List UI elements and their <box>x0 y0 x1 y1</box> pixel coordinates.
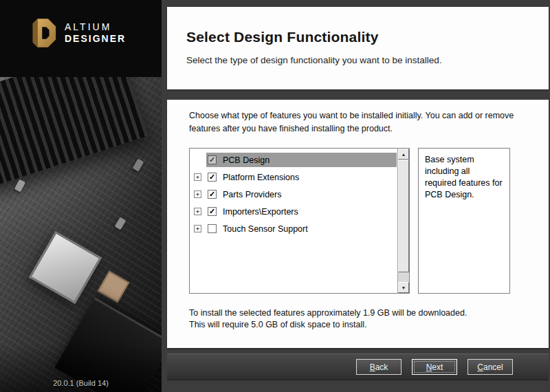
expand-icon[interactable]: + <box>194 225 201 232</box>
feature-checkbox[interactable]: ✓ <box>208 190 217 199</box>
page-subtitle: Select the type of design functionality … <box>186 55 549 65</box>
install-notes: To install the selected features approxi… <box>189 308 467 331</box>
scroll-up-button[interactable]: ▲ <box>398 149 409 160</box>
pcb-photo-capacitor <box>133 159 144 172</box>
scroll-down-button[interactable]: ▼ <box>398 282 409 293</box>
pcb-photo-chip <box>29 231 102 305</box>
feature-row-selection: ✓Importers\Exporters <box>206 204 397 219</box>
feature-row[interactable]: +✓Parts Providers <box>190 186 397 203</box>
version-label: 20.0.1 (Build 14) <box>0 379 162 387</box>
scrollbar-thumb[interactable] <box>398 160 409 272</box>
expand-icon[interactable]: + <box>194 190 201 198</box>
download-note: To install the selected features approxi… <box>189 308 467 318</box>
back-button-label: Back <box>357 362 401 372</box>
installer-window: ALTIUM DESIGNER 20.0.1 (Build 14) Select… <box>0 0 550 392</box>
feature-row[interactable]: +✓Platform Extensions <box>190 168 397 186</box>
next-button-label: Next <box>412 362 456 372</box>
brand-panel: ALTIUM DESIGNER 20.0.1 (Build 14) <box>0 0 162 392</box>
intro-text: Choose what type of features you want to… <box>189 109 541 135</box>
brand-product: DESIGNER <box>65 33 126 45</box>
logo-area: ALTIUM DESIGNER <box>30 18 126 48</box>
feature-row-selection: ✓Parts Providers <box>206 187 397 202</box>
feature-label: Touch Sensor Support <box>223 224 308 234</box>
pcb-photo-capacitor <box>115 217 126 230</box>
feature-checkbox[interactable] <box>208 224 217 233</box>
cancel-button[interactable]: Cancel <box>468 359 513 375</box>
feature-label: Parts Providers <box>223 190 281 199</box>
brand-name: ALTIUM <box>65 21 126 34</box>
feature-description: Base system including all required featu… <box>418 148 510 294</box>
expand-icon[interactable]: + <box>194 208 201 215</box>
brand-wordmark: ALTIUM DESIGNER <box>65 21 126 45</box>
feature-checkbox[interactable]: ✓ <box>208 173 217 182</box>
feature-checkbox[interactable]: ✓ <box>208 207 217 216</box>
feature-checkbox[interactable]: ✓ <box>208 155 217 164</box>
feature-label: PCB Design <box>223 155 270 165</box>
feature-list: ✓PCB Design+✓Platform Extensions+✓Parts … <box>190 149 397 293</box>
header-panel: Select Design Functionality Select the t… <box>167 7 549 89</box>
feature-row[interactable]: ✓PCB Design <box>190 151 397 168</box>
footer-bar: Back Next Cancel <box>167 353 549 380</box>
feature-listbox: ✓PCB Design+✓Platform Extensions+✓Parts … <box>189 148 410 294</box>
expand-icon[interactable]: + <box>194 173 201 181</box>
feature-row[interactable]: +Touch Sensor Support <box>190 220 397 237</box>
feature-label: Platform Extensions <box>223 173 299 182</box>
next-button[interactable]: Next <box>412 359 457 375</box>
scroll-up-icon: ▲ <box>402 152 406 157</box>
feature-row-selection: ✓Platform Extensions <box>206 170 397 184</box>
content-panel: Choose what type of features you want to… <box>167 100 549 348</box>
scroll-down-icon: ▼ <box>402 285 406 290</box>
page-title: Select Design Functionality <box>186 29 549 45</box>
feature-label: Importers\Exporters <box>223 207 298 217</box>
pcb-photo <box>0 77 162 392</box>
altium-logo-icon <box>30 18 56 48</box>
feature-row-selection: ✓PCB Design <box>206 153 397 167</box>
feature-row[interactable]: +✓Importers\Exporters <box>190 203 397 220</box>
back-button[interactable]: Back <box>356 359 402 375</box>
pcb-photo-connector <box>54 297 162 392</box>
pcb-photo-heatsink <box>0 77 148 189</box>
pcb-photo-capacitor <box>14 179 25 193</box>
feature-row-selection: Touch Sensor Support <box>206 221 397 236</box>
scrollbar[interactable]: ▲ ▼ <box>397 149 409 293</box>
disk-note: This will require 5.0 GB of disk space t… <box>189 320 467 329</box>
cancel-button-label: Cancel <box>468 362 512 372</box>
pcb-photo-small-chip <box>98 271 129 303</box>
